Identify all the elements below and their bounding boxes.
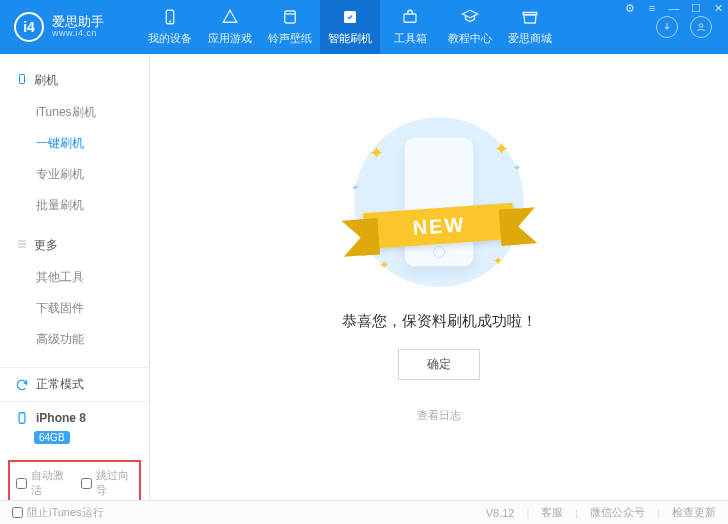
apps-icon (221, 8, 239, 28)
ringtones-icon (281, 8, 299, 28)
sidebar-item-itunes-flash[interactable]: iTunes刷机 (0, 97, 149, 128)
nav-my-device[interactable]: 我的设备 (140, 0, 200, 54)
storage-badge: 64GB (34, 431, 70, 444)
check-update-link[interactable]: 检查更新 (672, 505, 716, 520)
nav-label: 应用游戏 (208, 31, 252, 46)
sidebar-item-pro-flash[interactable]: 专业刷机 (0, 159, 149, 190)
nav-label: 我的设备 (148, 31, 192, 46)
refresh-icon (14, 377, 30, 393)
checkbox-input[interactable] (81, 478, 92, 489)
support-link[interactable]: 客服 (541, 505, 563, 520)
sparkle-icon: ✦ (494, 138, 509, 160)
menu-icon[interactable]: ≡ (642, 0, 662, 16)
nav-label: 工具箱 (394, 31, 427, 46)
sidebar: 刷机 iTunes刷机 一键刷机 专业刷机 批量刷机 更多 其他工具 下载固件 … (0, 54, 150, 500)
more-icon (16, 238, 28, 253)
svg-point-1 (170, 21, 171, 22)
footer: 阻止iTunes运行 V8.12 | 客服 | 微信公众号 | 检查更新 (0, 500, 728, 524)
phone-icon (404, 137, 474, 267)
settings-icon[interactable]: ⚙ (620, 0, 640, 16)
phone-icon (16, 73, 28, 88)
window-controls: ⚙ ≡ — ☐ ✕ (620, 0, 728, 16)
checkbox-label: 阻止iTunes运行 (27, 505, 104, 520)
app-subtitle: www.i4.cn (52, 29, 104, 39)
ok-button[interactable]: 确定 (398, 349, 480, 380)
sidebar-section-more[interactable]: 更多 (0, 233, 149, 258)
toolbox-icon (401, 8, 419, 28)
store-icon (521, 8, 539, 28)
brand-logo-icon: i4 (14, 12, 44, 42)
wechat-link[interactable]: 微信公众号 (590, 505, 645, 520)
mode-row[interactable]: 正常模式 (0, 368, 149, 402)
block-itunes-checkbox[interactable]: 阻止iTunes运行 (12, 505, 104, 520)
nav-store[interactable]: 爱思商城 (500, 0, 560, 54)
user-icon[interactable] (690, 16, 712, 38)
nav-label: 爱思商城 (508, 31, 552, 46)
nav-label: 教程中心 (448, 31, 492, 46)
top-nav: 我的设备 应用游戏 铃声壁纸 智能刷机 工具箱 教程中心 爱思商城 (140, 0, 560, 54)
device-name: iPhone 8 (36, 411, 86, 425)
checkbox-input[interactable] (16, 478, 27, 489)
sidebar-item-onekey-flash[interactable]: 一键刷机 (0, 128, 149, 159)
checkbox-label: 跳过向导 (96, 468, 134, 498)
sparkle-icon: ✦ (493, 254, 503, 268)
sparkle-icon: ✦ (351, 182, 359, 193)
download-icon[interactable] (656, 16, 678, 38)
success-illustration: NEW ✦ ✦ ✦ ✦ ✦ ✦ (339, 112, 539, 292)
svg-rect-4 (404, 14, 416, 22)
nav-label: 智能刷机 (328, 31, 372, 46)
sparkle-icon: ✦ (379, 258, 389, 272)
nav-ringtones[interactable]: 铃声壁纸 (260, 0, 320, 54)
sidebar-section-flash[interactable]: 刷机 (0, 68, 149, 93)
flash-icon (341, 8, 359, 28)
mode-label: 正常模式 (36, 376, 84, 393)
version-label: V8.12 (486, 507, 515, 519)
nav-toolbox[interactable]: 工具箱 (380, 0, 440, 54)
tutorials-icon (461, 8, 479, 28)
phone-small-icon (14, 410, 30, 426)
device-row[interactable]: iPhone 8 (0, 402, 149, 430)
main-content: NEW ✦ ✦ ✦ ✦ ✦ ✦ 恭喜您，保资料刷机成功啦！ 确定 查看日志 (150, 54, 728, 500)
maximize-button[interactable]: ☐ (686, 0, 706, 16)
sparkle-icon: ✦ (513, 162, 521, 173)
auto-activate-checkbox[interactable]: 自动激活 (16, 468, 69, 498)
skip-wizard-checkbox[interactable]: 跳过向导 (81, 468, 134, 498)
view-log-link[interactable]: 查看日志 (417, 408, 461, 423)
app-title: 爱思助手 (52, 15, 104, 29)
app-header: ⚙ ≡ — ☐ ✕ i4 爱思助手 www.i4.cn 我的设备 应用游戏 铃声… (0, 0, 728, 54)
svg-rect-7 (19, 413, 25, 424)
nav-label: 铃声壁纸 (268, 31, 312, 46)
svg-rect-2 (285, 11, 296, 23)
sidebar-item-advanced[interactable]: 高级功能 (0, 324, 149, 355)
close-button[interactable]: ✕ (708, 0, 728, 16)
brand: i4 爱思助手 www.i4.cn (0, 12, 140, 42)
checkbox-label: 自动激活 (31, 468, 69, 498)
sidebar-item-download-fw[interactable]: 下载固件 (0, 293, 149, 324)
nav-tutorials[interactable]: 教程中心 (440, 0, 500, 54)
section-label: 刷机 (34, 72, 58, 89)
checkbox-input[interactable] (12, 507, 23, 518)
nav-apps[interactable]: 应用游戏 (200, 0, 260, 54)
sidebar-item-other-tools[interactable]: 其他工具 (0, 262, 149, 293)
nav-flash[interactable]: 智能刷机 (320, 0, 380, 54)
sparkle-icon: ✦ (369, 142, 384, 164)
success-message: 恭喜您，保资料刷机成功啦！ (342, 312, 537, 331)
sidebar-item-batch-flash[interactable]: 批量刷机 (0, 190, 149, 221)
section-label: 更多 (34, 237, 58, 254)
device-icon (161, 8, 179, 28)
svg-rect-6 (20, 75, 25, 84)
minimize-button[interactable]: — (664, 0, 684, 16)
svg-point-5 (699, 24, 703, 28)
